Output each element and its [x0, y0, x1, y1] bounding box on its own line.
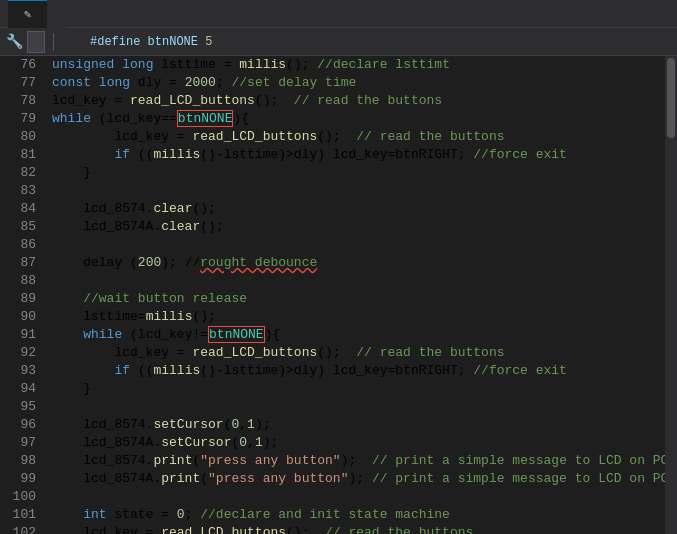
line-number: 90 — [0, 308, 36, 326]
line-number: 101 — [0, 506, 36, 524]
define-keyword: #define btnNONE — [90, 35, 205, 49]
line-number: 91 — [0, 326, 36, 344]
code-line: lcd_8574A.print("press any button"); // … — [52, 470, 665, 488]
symbol-dropdown[interactable] — [27, 31, 45, 53]
code-line — [52, 398, 665, 416]
line-number: 95 — [0, 398, 36, 416]
code-line — [52, 182, 665, 200]
scrollbar[interactable] — [665, 56, 677, 534]
line-number: 100 — [0, 488, 36, 506]
code-line: delay (200); //rought debounce — [52, 254, 665, 272]
code-line: lcd_8574.setCursor(0,1); — [52, 416, 665, 434]
code-line — [52, 236, 665, 254]
line-number: 77 — [0, 74, 36, 92]
code-line: //wait button release — [52, 290, 665, 308]
line-numbers: 7677787980818283848586878889909192939495… — [0, 56, 44, 534]
line-number: 79 — [0, 110, 36, 128]
code-line: lcd_8574A.setCursor(0,1); — [52, 434, 665, 452]
code-line: if ((millis()-lsttime)>dly) lcd_key=btnR… — [52, 146, 665, 164]
line-number: 84 — [0, 200, 36, 218]
define-display: #define btnNONE 5 — [90, 35, 212, 49]
code-line: lcd_8574.print("press any button"); // p… — [52, 452, 665, 470]
line-number: 102 — [0, 524, 36, 534]
code-line: lcd_key = read_LCD_buttons(); // read th… — [52, 344, 665, 362]
code-line: unsigned long lsttime = millis(); //decl… — [52, 56, 665, 74]
tab-asf-wizard[interactable] — [47, 0, 67, 28]
code-line: if ((millis()-lsttime)>dly) lcd_key=btnR… — [52, 362, 665, 380]
line-number: 85 — [0, 218, 36, 236]
line-number: 81 — [0, 146, 36, 164]
code-area: 7677787980818283848586878889909192939495… — [0, 56, 677, 534]
line-number: 83 — [0, 182, 36, 200]
line-number: 98 — [0, 452, 36, 470]
code-line — [52, 488, 665, 506]
code-line: lcd_8574A.clear(); — [52, 218, 665, 236]
code-line: lcd_key = read_LCD_buttons(); // read th… — [52, 92, 665, 110]
code-line: } — [52, 380, 665, 398]
file-icon: 🔧 — [6, 33, 23, 50]
define-value: 5 — [205, 35, 212, 49]
line-number: 78 — [0, 92, 36, 110]
line-number: 82 — [0, 164, 36, 182]
line-number: 89 — [0, 290, 36, 308]
line-number: 96 — [0, 416, 36, 434]
code-line: lcd_key = read_LCD_buttons(); // read th… — [52, 128, 665, 146]
line-number: 86 — [0, 236, 36, 254]
code-line: while (lcd_key!=btnNONE){ — [52, 326, 665, 344]
code-line: } — [52, 164, 665, 182]
separator-1 — [53, 33, 54, 51]
code-line: const long dly = 2000; //set delay time — [52, 74, 665, 92]
modified-indicator: ✎ — [24, 7, 31, 22]
line-number: 76 — [0, 56, 36, 74]
line-number: 88 — [0, 272, 36, 290]
line-number: 92 — [0, 344, 36, 362]
code-line: int state = 0; //declare and init state … — [52, 506, 665, 524]
code-content[interactable]: unsigned long lsttime = millis(); //decl… — [44, 56, 665, 534]
title-bar: ✎ — [0, 0, 677, 28]
scrollbar-thumb[interactable] — [667, 58, 675, 138]
tab-demo-file[interactable]: ✎ — [8, 0, 47, 28]
line-number: 80 — [0, 128, 36, 146]
line-number: 97 — [0, 434, 36, 452]
code-line: lsttime=millis(); — [52, 308, 665, 326]
toolbar: 🔧 #define btnNONE 5 — [0, 28, 677, 56]
code-line: lcd_8574.clear(); — [52, 200, 665, 218]
code-line: while (lcd_key==btnNONE){ — [52, 110, 665, 128]
line-number: 87 — [0, 254, 36, 272]
line-number: 99 — [0, 470, 36, 488]
line-number: 93 — [0, 362, 36, 380]
code-line: lcd_key = read_LCD_buttons(); // read th… — [52, 524, 665, 534]
code-line — [52, 272, 665, 290]
line-number: 94 — [0, 380, 36, 398]
